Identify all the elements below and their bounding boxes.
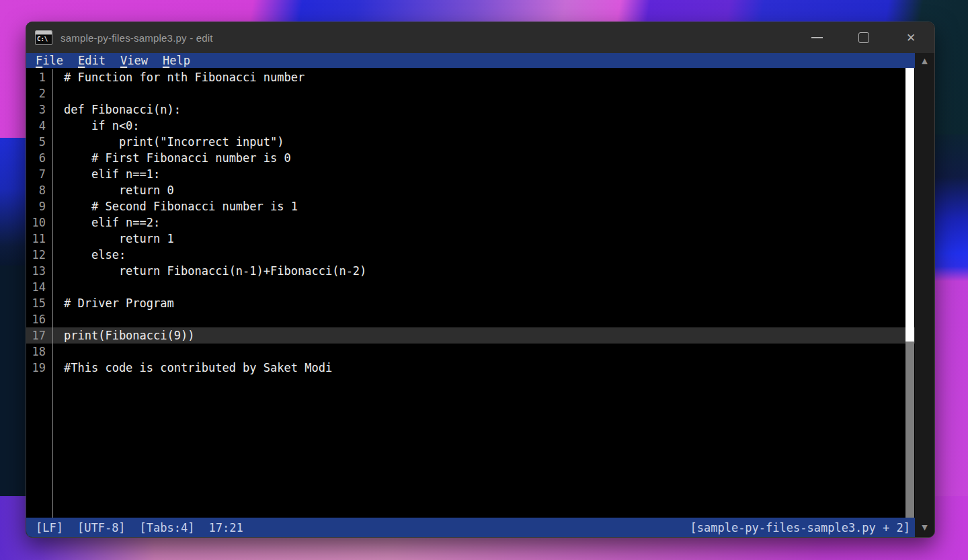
line-number-15: 15: [26, 295, 46, 311]
minimize-button[interactable]: [793, 22, 840, 53]
editor-scrollbar[interactable]: [905, 68, 914, 518]
code-line-6[interactable]: # First Fibonacci number is 0: [64, 150, 901, 166]
menu-bar: FileEditViewHelp: [26, 53, 915, 68]
status-left-items: [LF][UTF-8][Tabs:4]17:21: [36, 521, 257, 534]
line-number-11: 11: [26, 231, 46, 247]
code-line-10[interactable]: elif n==2:: [64, 214, 901, 231]
code-line-9[interactable]: # Second Fibonacci number is 1: [64, 198, 901, 214]
code-line-12[interactable]: else:: [64, 247, 901, 263]
close-button[interactable]: ✕: [887, 22, 934, 53]
line-number-2: 2: [26, 85, 46, 102]
line-number-16: 16: [26, 311, 46, 327]
menu-item-help[interactable]: Help: [163, 54, 190, 67]
code-line-5[interactable]: print("Incorrect input"): [64, 134, 901, 150]
editor-pane: FileEditViewHelp 12345678910111213141516…: [26, 53, 915, 537]
menu-hotkey: F: [36, 54, 42, 67]
code-line-15[interactable]: # Driver Program: [64, 295, 901, 311]
code-line-18[interactable]: [64, 344, 901, 360]
menu-item-file[interactable]: File: [36, 54, 63, 67]
desktop: C:\ sample-py-files-sample3.py - edit ✕ …: [0, 0, 968, 560]
code-line-3[interactable]: def Fibonacci(n):: [64, 102, 901, 118]
line-number-7: 7: [26, 166, 46, 182]
editor-area[interactable]: 12345678910111213141516171819 # Function…: [26, 68, 915, 518]
line-number-4: 4: [26, 118, 46, 134]
menu-item-view[interactable]: View: [120, 54, 148, 67]
editor-scrollbar-track[interactable]: [905, 342, 914, 518]
line-number-5: 5: [26, 134, 46, 150]
title-bar: C:\ sample-py-files-sample3.py - edit ✕: [26, 22, 934, 53]
line-number-18: 18: [26, 344, 46, 360]
scroll-up-arrow[interactable]: ▲: [922, 57, 927, 65]
console-scrollbar[interactable]: ▲ ▼: [915, 53, 934, 537]
close-icon: ✕: [906, 32, 916, 44]
code-line-13[interactable]: return Fibonacci(n-1)+Fibonacci(n-2): [64, 263, 901, 279]
window-controls: ✕: [793, 22, 934, 53]
line-number-gutter: 12345678910111213141516171819: [26, 69, 53, 518]
code-line-4[interactable]: if n<0:: [64, 118, 901, 134]
line-number-19: 19: [26, 360, 46, 376]
code-line-16[interactable]: [64, 311, 901, 327]
code-line-8[interactable]: return 0: [64, 182, 901, 198]
line-number-17: 17: [26, 327, 46, 344]
code-line-17[interactable]: print(Fibonacci(9)): [64, 327, 901, 344]
status-file-indicator[interactable]: [sample-py-files-sample3.py + 2]: [690, 521, 910, 534]
minimize-icon: [811, 37, 823, 38]
status-item-utf-8[interactable]: [UTF-8]: [77, 521, 126, 534]
code-line-7[interactable]: elif n==1:: [64, 166, 901, 182]
code-line-2[interactable]: [64, 85, 901, 102]
scroll-down-arrow[interactable]: ▼: [922, 524, 927, 531]
menu-item-edit[interactable]: Edit: [78, 54, 106, 67]
status-item-1721[interactable]: 17:21: [209, 521, 243, 534]
menu-hotkey: E: [78, 54, 85, 67]
console-icon: C:\: [35, 30, 52, 45]
line-number-14: 14: [26, 279, 46, 295]
line-number-13: 13: [26, 263, 46, 279]
code-line-14[interactable]: [64, 279, 901, 295]
window-title: sample-py-files-sample3.py - edit: [61, 32, 213, 44]
line-number-1: 1: [26, 69, 46, 85]
edit-app-window: C:\ sample-py-files-sample3.py - edit ✕ …: [26, 22, 935, 538]
code-line-19[interactable]: #This code is contributed by Saket Modi: [64, 360, 901, 376]
line-number-8: 8: [26, 182, 46, 198]
maximize-button[interactable]: [840, 22, 887, 53]
line-number-9: 9: [26, 198, 46, 214]
maximize-icon: [858, 32, 869, 43]
line-number-6: 6: [26, 150, 46, 166]
editor-scrollbar-thumb[interactable]: [905, 68, 914, 342]
line-number-3: 3: [26, 102, 46, 118]
line-number-12: 12: [26, 247, 46, 263]
code-line-11[interactable]: return 1: [64, 231, 901, 247]
code-line-1[interactable]: # Function for nth Fibonacci number: [64, 69, 901, 85]
console-icon-prompt: C:\: [36, 35, 52, 44]
code-column: # Function for nth Fibonacci numberdef F…: [64, 69, 901, 376]
menu-hotkey: H: [163, 54, 169, 67]
status-item-tabs4[interactable]: [Tabs:4]: [140, 521, 195, 534]
status-bar: [LF][UTF-8][Tabs:4]17:21 [sample-py-file…: [26, 518, 915, 537]
status-item-lf[interactable]: [LF]: [36, 521, 63, 534]
menu-hotkey: V: [120, 54, 127, 67]
line-number-10: 10: [26, 214, 46, 231]
window-content: FileEditViewHelp 12345678910111213141516…: [26, 53, 934, 537]
